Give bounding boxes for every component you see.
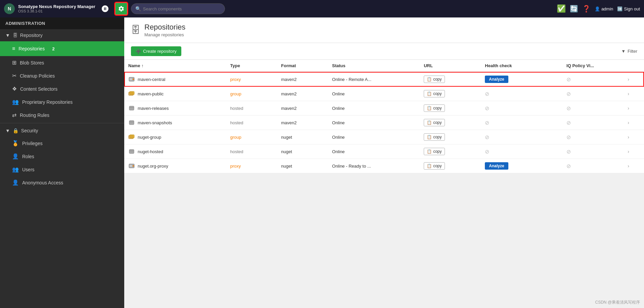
table-row: nuget-group group nuget Online 📋 copy ⊘ … — [124, 130, 644, 144]
repo-format: maven2 — [277, 72, 328, 87]
copy-url-button[interactable]: 📋 copy — [424, 133, 445, 141]
privileges-icon: 🏅 — [12, 140, 19, 146]
content-selectors-icon: ❖ — [12, 86, 17, 92]
health-disabled-icon: ⊘ — [485, 91, 489, 97]
row-expand-arrow[interactable]: › — [628, 120, 629, 125]
user-menu[interactable]: 👤 admin — [595, 6, 613, 11]
sidebar-item-anonymous-access[interactable]: 👤 Anonymous Access — [0, 176, 124, 189]
copy-icon: 📋 — [427, 120, 432, 125]
sidebar-divider — [0, 123, 124, 123]
repo-iq: ⊘ — [562, 130, 624, 144]
col-header-name[interactable]: Name ↑ — [124, 60, 226, 72]
group-icon — [128, 134, 135, 140]
sidebar-item-routing-label: Routing Rules — [20, 113, 49, 118]
analyze-button[interactable]: Analyze — [485, 162, 508, 170]
repo-status: Online — [328, 144, 420, 159]
sidebar-item-cleanup-policies[interactable]: ✂ Cleanup Policies — [0, 69, 124, 82]
create-repository-button[interactable]: ➕ Create repository — [131, 46, 181, 56]
row-expand-arrow[interactable]: › — [628, 163, 629, 169]
health-disabled-icon: ⊘ — [485, 149, 489, 155]
row-expand-arrow[interactable]: › — [628, 91, 629, 96]
table-row: maven-releases hosted maven2 Online 📋 co… — [124, 101, 644, 116]
iq-disabled-icon: ⊘ — [566, 163, 571, 169]
svg-point-15 — [133, 165, 134, 167]
col-header-arrow — [624, 60, 644, 72]
repo-name[interactable]: maven-snapshots — [138, 120, 172, 125]
content-header-text: Repositories Manage repositories — [144, 23, 185, 37]
repository-icon: 🗄 — [13, 33, 17, 38]
help-icon[interactable]: ❓ — [582, 5, 591, 13]
repo-status: Online - Ready to ... — [328, 159, 420, 173]
table-row: nuget-hosted hosted nuget Online 📋 copy … — [124, 144, 644, 159]
sidebar-item-blob-stores[interactable]: ⊞ Blob Stores — [0, 56, 124, 69]
sidebar-item-repositories[interactable]: ≡ Repositories 2 — [0, 41, 124, 56]
svg-rect-10 — [130, 135, 134, 138]
sidebar-item-proprietary-repos[interactable]: 👥 Proprietary Repositories — [0, 95, 124, 108]
app-name: Sonatype Nexus Repository Manager — [18, 4, 95, 9]
copy-url-button[interactable]: 📋 copy — [424, 76, 445, 83]
filter-label: Filter — [628, 49, 637, 54]
analyze-button[interactable]: Analyze — [485, 76, 508, 83]
copy-url-button[interactable]: 📋 copy — [424, 162, 445, 170]
sidebar-item-roles[interactable]: 👤 Roles — [0, 150, 124, 163]
col-header-health[interactable]: Health check — [481, 60, 562, 72]
copy-icon: 📋 — [427, 77, 432, 82]
sidebar-item-repositories-label: Repositories — [18, 46, 45, 51]
row-expand-arrow[interactable]: › — [628, 77, 629, 82]
copy-url-button[interactable]: 📋 copy — [424, 90, 445, 97]
repo-name-cell: maven-public — [128, 90, 222, 97]
sidebar-item-users[interactable]: 👥 Users — [0, 163, 124, 176]
sidebar-item-blob-stores-label: Blob Stores — [20, 60, 44, 65]
svg-rect-11 — [129, 149, 134, 153]
repo-name[interactable]: maven-central — [138, 77, 165, 82]
settings-button[interactable] — [115, 2, 128, 15]
row-expand-arrow[interactable]: › — [628, 149, 629, 154]
col-header-iq[interactable]: IQ Policy Vi... — [562, 60, 624, 72]
repo-status: Online — [328, 87, 420, 101]
repo-name[interactable]: nuget-hosted — [138, 149, 163, 154]
repo-name[interactable]: nuget-group — [138, 135, 161, 140]
anonymous-icon: 👤 — [12, 179, 19, 186]
row-expand-arrow[interactable]: › — [628, 134, 629, 140]
search-icon: 🔍 — [135, 6, 141, 11]
col-header-url[interactable]: URL — [420, 60, 481, 72]
copy-icon: 📋 — [427, 149, 432, 154]
repo-name[interactable]: nuget.org-proxy — [138, 164, 168, 169]
sidebar-item-routing-rules[interactable]: ⇄ Routing Rules — [0, 108, 124, 122]
copy-icon: 📋 — [427, 164, 432, 168]
col-header-format[interactable]: Format — [277, 60, 328, 72]
repo-name[interactable]: maven-public — [138, 91, 164, 96]
search-input[interactable] — [143, 6, 217, 11]
browse-button[interactable] — [99, 2, 111, 15]
copy-url-button[interactable]: 📋 copy — [424, 104, 445, 112]
col-header-status[interactable]: Status — [328, 60, 420, 72]
copy-icon: 📋 — [427, 135, 432, 139]
repo-iq: ⊘ — [562, 144, 624, 159]
sidebar-item-privileges[interactable]: 🏅 Privileges — [0, 137, 124, 150]
sidebar-section-security[interactable]: ▼ 🔒 Security — [0, 125, 124, 137]
repo-health: ⊘ — [481, 87, 562, 101]
signout-button[interactable]: ➡️ Sign out — [617, 6, 640, 11]
repo-health: ⊘ — [481, 130, 562, 144]
proprietary-icon: 👥 — [12, 99, 19, 105]
app-logo: N — [4, 3, 15, 14]
svg-point-2 — [133, 79, 134, 80]
sidebar-item-content-selectors[interactable]: ❖ Content Selectors — [0, 82, 124, 95]
repo-health: Analyze — [481, 72, 562, 87]
iq-disabled-icon: ⊘ — [566, 120, 571, 126]
copy-url-button[interactable]: 📋 copy — [424, 119, 445, 126]
col-header-type[interactable]: Type — [226, 60, 277, 72]
copy-icon: 📋 — [427, 106, 432, 111]
sidebar-item-privileges-label: Privileges — [22, 141, 43, 146]
filter-box: ▼ Filter — [621, 49, 637, 54]
sidebar-section-repository[interactable]: ▼ 🗄 Repository — [0, 29, 124, 41]
routing-icon: ⇄ — [12, 112, 16, 118]
row-expand-arrow[interactable]: › — [628, 105, 629, 111]
repo-name[interactable]: maven-releases — [138, 106, 169, 111]
users-icon: 👥 — [12, 166, 19, 173]
repo-status: Online — [328, 101, 420, 116]
health-disabled-icon: ⊘ — [485, 134, 489, 140]
sidebar-item-proprietary-label: Proprietary Repositories — [22, 99, 73, 105]
refresh-icon[interactable]: 🔄 — [570, 5, 578, 13]
copy-url-button[interactable]: 📋 copy — [424, 148, 445, 155]
